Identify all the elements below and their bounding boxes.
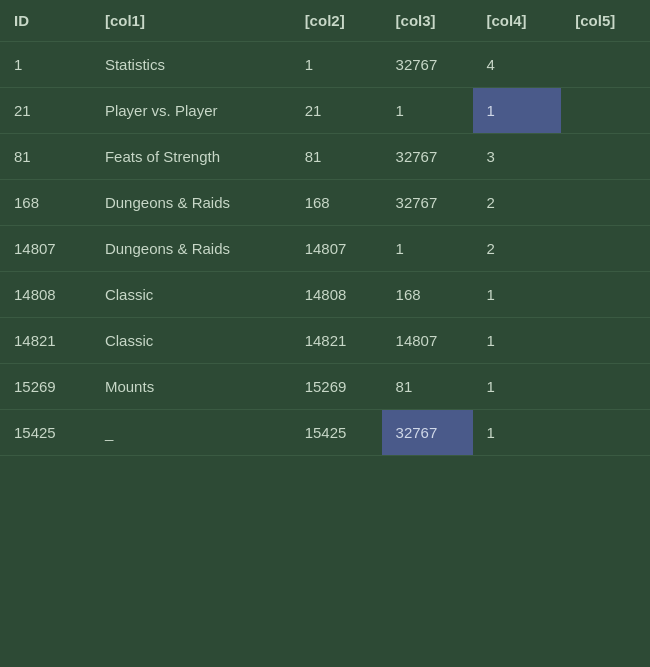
cell-col1: Feats of Strength: [91, 134, 291, 180]
cell-col4: 1: [473, 410, 562, 456]
cell-id: 14821: [0, 318, 91, 364]
table-row: 14808Classic148081681: [0, 272, 650, 318]
table-row: 14807Dungeons & Raids1480712: [0, 226, 650, 272]
cell-id: 21: [0, 88, 91, 134]
cell-col5: [561, 88, 650, 134]
cell-col5: [561, 410, 650, 456]
cell-id: 168: [0, 180, 91, 226]
data-table: ID [col1] [col2] [col3] [col4] [col5] 1S…: [0, 0, 650, 456]
cell-col3: 1: [382, 88, 473, 134]
cell-col2: 14808: [291, 272, 382, 318]
cell-id: 14808: [0, 272, 91, 318]
cell-col2: 21: [291, 88, 382, 134]
cell-col5: [561, 134, 650, 180]
table-row: 14821Classic14821148071: [0, 318, 650, 364]
cell-id: 1: [0, 42, 91, 88]
cell-col1: _: [91, 410, 291, 456]
cell-col4: 2: [473, 226, 562, 272]
cell-col4: 1: [473, 318, 562, 364]
header-id: ID: [0, 0, 91, 42]
cell-col2: 15425: [291, 410, 382, 456]
cell-col5: [561, 272, 650, 318]
header-col3: [col3]: [382, 0, 473, 42]
cell-col1: Player vs. Player: [91, 88, 291, 134]
cell-col5: [561, 226, 650, 272]
cell-col3: 1: [382, 226, 473, 272]
cell-col3: 32767: [382, 180, 473, 226]
cell-col4: 3: [473, 134, 562, 180]
table-row: 168Dungeons & Raids168327672: [0, 180, 650, 226]
cell-col2: 81: [291, 134, 382, 180]
header-col4: [col4]: [473, 0, 562, 42]
cell-id: 15269: [0, 364, 91, 410]
cell-id: 14807: [0, 226, 91, 272]
cell-col2: 1: [291, 42, 382, 88]
cell-col4: 1: [473, 272, 562, 318]
cell-col2: 15269: [291, 364, 382, 410]
cell-col2: 14821: [291, 318, 382, 364]
table-row: 81Feats of Strength81327673: [0, 134, 650, 180]
table-header-row: ID [col1] [col2] [col3] [col4] [col5]: [0, 0, 650, 42]
cell-col1: Classic: [91, 318, 291, 364]
cell-col2: 168: [291, 180, 382, 226]
cell-col5: [561, 318, 650, 364]
table-row: 21Player vs. Player2111: [0, 88, 650, 134]
table-row: 1Statistics1327674: [0, 42, 650, 88]
cell-col2: 14807: [291, 226, 382, 272]
cell-id: 15425: [0, 410, 91, 456]
header-col1: [col1]: [91, 0, 291, 42]
table-row: 15269Mounts15269811: [0, 364, 650, 410]
cell-col1: Dungeons & Raids: [91, 226, 291, 272]
cell-col1: Statistics: [91, 42, 291, 88]
cell-col1: Dungeons & Raids: [91, 180, 291, 226]
cell-col5: [561, 42, 650, 88]
cell-col3: 81: [382, 364, 473, 410]
cell-col4: 1: [473, 364, 562, 410]
cell-col4: 2: [473, 180, 562, 226]
cell-col3: 32767: [382, 410, 473, 456]
table-row: 15425_15425327671: [0, 410, 650, 456]
cell-col3: 32767: [382, 134, 473, 180]
cell-id: 81: [0, 134, 91, 180]
cell-col1: Classic: [91, 272, 291, 318]
cell-col3: 14807: [382, 318, 473, 364]
header-col2: [col2]: [291, 0, 382, 42]
cell-col3: 32767: [382, 42, 473, 88]
main-table-container: ID [col1] [col2] [col3] [col4] [col5] 1S…: [0, 0, 650, 456]
header-col5: [col5]: [561, 0, 650, 42]
cell-col4: 1: [473, 88, 562, 134]
cell-col5: [561, 364, 650, 410]
cell-col5: [561, 180, 650, 226]
cell-col4: 4: [473, 42, 562, 88]
cell-col3: 168: [382, 272, 473, 318]
cell-col1: Mounts: [91, 364, 291, 410]
